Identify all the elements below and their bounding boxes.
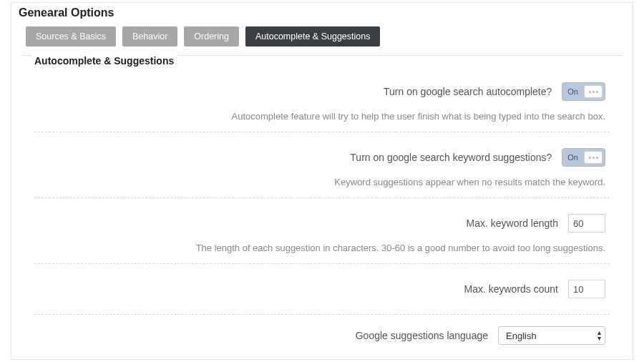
row-label: Max. keywords count <box>464 283 559 295</box>
toggle-knob-icon <box>584 151 602 164</box>
max-keywords-count-input[interactable] <box>568 280 605 298</box>
tab-behavior[interactable]: Behavior <box>122 26 177 47</box>
tab-label: Behavior <box>132 31 167 41</box>
max-keyword-length-input[interactable] <box>568 214 605 233</box>
tab-ordering[interactable]: Ordering <box>184 26 239 47</box>
general-options-panel: Genearal Options Sources & Basics Behavi… <box>11 2 633 360</box>
tabs-bar: Sources & Basics Behavior Ordering Autoc… <box>11 26 633 55</box>
row-autocomplete-toggle: Turn on google search autocomplete? On A… <box>34 67 610 132</box>
row-label: Max. keyword length <box>467 217 558 229</box>
suggestions-language-select[interactable]: English <box>498 326 605 345</box>
fieldset-legend: Autocomplete & Suggestions <box>31 55 178 67</box>
tab-label: Sources & Basics <box>36 31 106 41</box>
autocomplete-toggle[interactable]: On <box>562 82 605 101</box>
toggle-state-label: On <box>565 87 581 96</box>
tab-autocomplete-suggestions[interactable]: Autocomplete & Suggestions <box>245 26 381 47</box>
row-suggestions-language: Google suggestions language English ▴▾ <box>34 315 610 355</box>
tab-label: Ordering <box>194 31 229 41</box>
row-label: Google suggestions language <box>356 330 488 341</box>
row-label: Turn on google search keyword suggestion… <box>350 152 552 163</box>
row-max-keywords-count: Max. keywords count <box>34 264 610 315</box>
row-help-text: The length of each suggestion in charact… <box>39 243 605 253</box>
tab-sources-basics[interactable]: Sources & Basics <box>26 26 116 47</box>
row-max-keyword-length: Max. keyword length The length of each s… <box>34 198 610 264</box>
tab-label: Autocomplete & Suggestions <box>255 31 371 41</box>
toggle-state-label: On <box>565 153 581 162</box>
autocomplete-suggestions-fieldset: Autocomplete & Suggestions Turn on googl… <box>21 55 623 362</box>
row-help-text: Keyword suggestions appear when no resul… <box>39 177 605 187</box>
row-help-text: Autocomplete feature will try to help th… <box>39 111 605 122</box>
page-title: Genearal Options <box>11 3 633 26</box>
row-keyword-suggestions-toggle: Turn on google search keyword suggestion… <box>34 132 610 198</box>
row-label: Turn on google search autocomplete? <box>384 86 552 97</box>
keyword-suggestions-toggle[interactable]: On <box>562 148 605 167</box>
toggle-knob-icon <box>584 85 602 98</box>
